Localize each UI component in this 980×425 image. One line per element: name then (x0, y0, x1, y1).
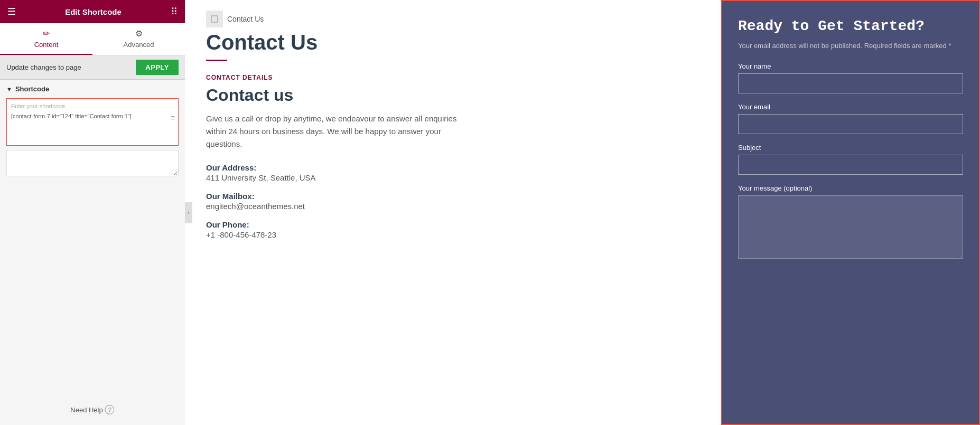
apply-button[interactable]: APPLY (136, 60, 179, 75)
collapse-handle[interactable]: ‹ (185, 202, 192, 223)
breadcrumb-area: Contact Us (206, 11, 700, 27)
message-textarea[interactable] (738, 195, 963, 259)
contact-description: Give us a call or drop by anytime, we en… (206, 112, 460, 150)
mailbox-value: engitech@oceanthemes.net (206, 202, 700, 211)
contact-section-label: CONTACT DETAILS (206, 74, 700, 81)
shortcode-textarea[interactable] (6, 150, 179, 176)
section-title: Shortcode (15, 85, 49, 93)
form-group-name: Your name (738, 62, 963, 93)
gear-icon: ⚙ (135, 29, 143, 39)
sidebar: ☰ Edit Shortcode ⠿ ✏ Content ⚙ Advanced … (0, 0, 185, 425)
need-help[interactable]: Need Help ? (70, 405, 114, 414)
right-panel: Ready to Get Started? Your email address… (721, 0, 980, 425)
phone-value: +1 -800-456-478-23 (206, 230, 700, 239)
shortcode-input-wrapper: Enter your shortcode [contact-form-7 id=… (6, 98, 179, 146)
email-input[interactable] (738, 114, 963, 134)
email-label: Your email (738, 103, 963, 111)
pencil-icon: ✏ (43, 29, 50, 39)
tab-content[interactable]: ✏ Content (0, 23, 92, 55)
section-header[interactable]: ▼ Shortcode (6, 85, 179, 93)
contact-heading: Contact us (206, 86, 700, 105)
address-item: Our Address: 411 University St, Seattle,… (206, 163, 700, 182)
form-group-email: Your email (738, 103, 963, 134)
breadcrumb-text: Contact Us (227, 15, 264, 23)
form-title: Ready to Get Started? (738, 18, 963, 34)
form-group-subject: Subject (738, 144, 963, 175)
page-title: Contact Us (206, 31, 700, 54)
subject-label: Subject (738, 144, 963, 152)
breadcrumb-icon (206, 11, 223, 27)
shortcode-placeholder: Enter your shortcode (11, 103, 174, 109)
name-input[interactable] (738, 73, 963, 93)
title-underline (206, 60, 227, 61)
message-label: Your message (optional) (738, 184, 963, 192)
sidebar-header: ☰ Edit Shortcode ⠿ (0, 0, 185, 23)
mailbox-item: Our Mailbox: engitech@oceanthemes.net (206, 192, 700, 211)
update-label: Update changes to page (6, 63, 81, 71)
tab-advanced-label: Advanced (124, 41, 154, 49)
shortcode-section: ▼ Shortcode Enter your shortcode [contac… (0, 80, 185, 184)
address-label: Our Address: (206, 163, 700, 172)
sidebar-tabs: ✏ Content ⚙ Advanced (0, 23, 185, 55)
collapse-icon: ‹ (188, 210, 189, 215)
mailbox-label: Our Mailbox: (206, 192, 700, 201)
shortcode-menu-icon[interactable]: ≡ (171, 114, 175, 122)
name-label: Your name (738, 62, 963, 70)
section-arrow-icon: ▼ (6, 86, 12, 92)
subject-input[interactable] (738, 155, 963, 175)
form-subtitle: Your email address will not be published… (738, 42, 963, 50)
help-circle-icon: ? (105, 405, 115, 414)
tab-advanced[interactable]: ⚙ Advanced (92, 23, 185, 55)
svg-rect-0 (211, 16, 218, 22)
address-value: 411 University St, Seattle, USA (206, 173, 700, 182)
shortcode-value[interactable]: [contact-form-7 id="124" title="Contact … (11, 112, 174, 120)
hamburger-icon[interactable]: ☰ (7, 6, 16, 17)
sidebar-toolbar: Update changes to page APPLY (0, 55, 185, 80)
sidebar-title: Edit Shortcode (65, 7, 122, 16)
form-group-message: Your message (optional) (738, 184, 963, 261)
tab-content-label: Content (34, 41, 59, 49)
phone-item: Our Phone: +1 -800-456-478-23 (206, 220, 700, 239)
grid-icon[interactable]: ⠿ (171, 6, 178, 17)
main-content: Contact Us Contact Us CONTACT DETAILS Co… (185, 0, 721, 425)
need-help-label: Need Help (70, 406, 102, 414)
phone-label: Our Phone: (206, 220, 700, 229)
